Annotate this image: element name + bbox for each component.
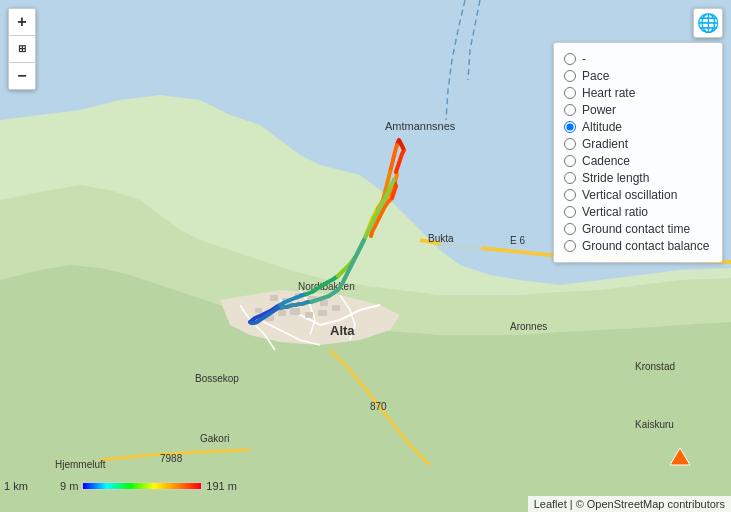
zoom-box-button[interactable]: ⊞: [9, 36, 35, 62]
radio-label-opt-vertoscillation: Vertical oscillation: [582, 188, 677, 202]
gradient-bar: [82, 482, 202, 490]
radio-label-opt-heartrate: Heart rate: [582, 86, 635, 100]
svg-text:Alta: Alta: [330, 323, 355, 338]
legend-max-label: 191 m: [206, 480, 237, 492]
radio-label-opt-none: -: [582, 52, 586, 66]
svg-rect-10: [305, 312, 313, 318]
radio-label-opt-gradient: Gradient: [582, 137, 628, 151]
zoom-out-button[interactable]: −: [9, 63, 35, 89]
color-legend: 9 m 191 m: [60, 480, 237, 492]
svg-text:Amtmannsnes: Amtmannsnes: [385, 120, 456, 132]
radio-opt-heartrate[interactable]: [564, 87, 576, 99]
svg-text:7988: 7988: [160, 453, 183, 464]
scale-bar: 1 km: [4, 480, 28, 492]
svg-text:Hjemmeluft: Hjemmeluft: [55, 459, 106, 470]
svg-rect-12: [332, 305, 340, 311]
radio-item-opt-vertoscillation[interactable]: Vertical oscillation: [564, 188, 712, 202]
radio-item-opt-vertratio[interactable]: Vertical ratio: [564, 205, 712, 219]
svg-rect-5: [320, 300, 328, 306]
svg-rect-6: [255, 308, 262, 313]
radio-item-opt-pace[interactable]: Pace: [564, 69, 712, 83]
radio-label-opt-power: Power: [582, 103, 616, 117]
radio-label-opt-stridelength: Stride length: [582, 171, 649, 185]
scale-label: 1 km: [4, 480, 28, 492]
radio-label-opt-altitude: Altitude: [582, 120, 622, 134]
radio-opt-power[interactable]: [564, 104, 576, 116]
globe-icon: 🌐: [697, 12, 719, 34]
svg-text:Bossekop: Bossekop: [195, 373, 239, 384]
radio-opt-pace[interactable]: [564, 70, 576, 82]
svg-rect-1: [270, 295, 278, 301]
radio-item-opt-cadence[interactable]: Cadence: [564, 154, 712, 168]
map-container[interactable]: Amtmannsnes Bukta Nordtbakken Alta Aronn…: [0, 0, 731, 512]
radio-item-opt-groundbalance[interactable]: Ground contact balance: [564, 239, 712, 253]
radio-item-opt-none[interactable]: -: [564, 52, 712, 66]
radio-opt-cadence[interactable]: [564, 155, 576, 167]
radio-opt-vertratio[interactable]: [564, 206, 576, 218]
radio-opt-gradient[interactable]: [564, 138, 576, 150]
radio-item-opt-stridelength[interactable]: Stride length: [564, 171, 712, 185]
radio-opt-groundbalance[interactable]: [564, 240, 576, 252]
radio-label-opt-cadence: Cadence: [582, 154, 630, 168]
attribution-text: Leaflet | © OpenStreetMap contributors: [534, 498, 725, 510]
globe-button[interactable]: 🌐: [693, 8, 723, 38]
radio-label-opt-groundcontact: Ground contact time: [582, 222, 690, 236]
radio-label-opt-groundbalance: Ground contact balance: [582, 239, 709, 253]
legend-min-label: 9 m: [60, 480, 78, 492]
svg-text:E 6: E 6: [510, 235, 525, 246]
radio-opt-stridelength[interactable]: [564, 172, 576, 184]
svg-text:Aronnes: Aronnes: [510, 321, 547, 332]
svg-text:Kronstad: Kronstad: [635, 361, 675, 372]
zoom-in-button[interactable]: +: [9, 9, 35, 35]
svg-rect-9: [290, 308, 300, 315]
radio-opt-vertoscillation[interactable]: [564, 189, 576, 201]
radio-item-opt-heartrate[interactable]: Heart rate: [564, 86, 712, 100]
svg-rect-11: [318, 310, 327, 316]
svg-text:870: 870: [370, 401, 387, 412]
radio-label-opt-pace: Pace: [582, 69, 609, 83]
radio-item-opt-altitude[interactable]: Altitude: [564, 120, 712, 134]
radio-item-opt-power[interactable]: Power: [564, 103, 712, 117]
radio-item-opt-groundcontact[interactable]: Ground contact time: [564, 222, 712, 236]
radio-item-opt-gradient[interactable]: Gradient: [564, 137, 712, 151]
svg-text:Gakori: Gakori: [200, 433, 229, 444]
svg-text:Bukta: Bukta: [428, 233, 454, 244]
radio-opt-altitude[interactable]: [564, 121, 576, 133]
zoom-controls[interactable]: + ⊞ −: [8, 8, 36, 90]
svg-text:Kaiskuru: Kaiskuru: [635, 419, 674, 430]
layer-options-panel: -PaceHeart ratePowerAltitudeGradientCade…: [553, 42, 723, 263]
radio-opt-groundcontact[interactable]: [564, 223, 576, 235]
attribution-bar: Leaflet | © OpenStreetMap contributors: [528, 496, 731, 512]
svg-rect-8: [278, 310, 286, 316]
radio-label-opt-vertratio: Vertical ratio: [582, 205, 648, 219]
radio-opt-none[interactable]: [564, 53, 576, 65]
